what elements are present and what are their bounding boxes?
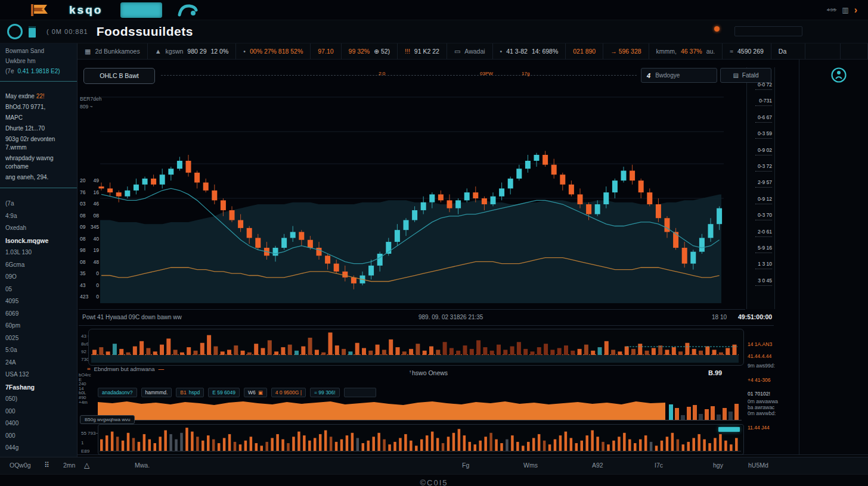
- sidebar-item[interactable]: 6069: [0, 308, 77, 320]
- window-icon[interactable]: ▥: [842, 6, 848, 14]
- filter-chip[interactable]: B1hspd: [176, 388, 204, 397]
- sidebar-item[interactable]: Uwkbre hm: [0, 56, 77, 66]
- toolbar-segment[interactable]: [805, 43, 841, 59]
- ohlc-button[interactable]: OHLC B Bawt: [83, 68, 155, 84]
- bottom-nav-item[interactable]: hU5Md: [748, 462, 768, 469]
- sidebar-item[interactable]: 000: [0, 430, 77, 443]
- sidebar-item[interactable]: 903g 02r devonten 7.wrmm: [0, 134, 77, 153]
- sidebar-item[interactable]: 05: [0, 284, 77, 296]
- sidebar-item[interactable]: May exdne 22!: [0, 91, 77, 102]
- sidebar-item[interactable]: 4095: [0, 295, 77, 308]
- bottom-nav-item[interactable]: 2mn: [63, 462, 75, 469]
- bottom-nav-item[interactable]: hgy: [713, 462, 723, 469]
- toolbar-segment[interactable]: •00% 27% 818 52%: [236, 43, 311, 59]
- toolbar-segment[interactable]: 021 890: [566, 43, 603, 59]
- toolbar-segment[interactable]: kmmm,46 37%au.: [649, 43, 723, 59]
- toolbar-segment[interactable]: 99 32%⊕ 52): [342, 43, 398, 59]
- sidebar-divider: [0, 81, 77, 82]
- sidebar-item[interactable]: MAPC: [0, 113, 77, 123]
- sidebar-item[interactable]: whrapdady wavng corhame: [0, 153, 77, 172]
- sidebar-item[interactable]: ang eaneh, 294.: [0, 172, 77, 183]
- sidebar-item[interactable]: 4:9a: [0, 210, 77, 223]
- bottom-nav-item[interactable]: Fg: [462, 462, 469, 469]
- sidebar-item[interactable]: 09O: [0, 271, 77, 284]
- sidebar-item[interactable]: 000: [0, 406, 77, 418]
- compass-user-icon[interactable]: [830, 67, 847, 83]
- bottom-nav-item[interactable]: Mwa.: [135, 462, 150, 469]
- toolbar-segment[interactable]: ▦2d Bunkkamoes: [78, 43, 148, 59]
- sidebar-item[interactable]: 050): [0, 393, 77, 406]
- sidebar-item[interactable]: BhOd.70 9771,: [0, 102, 77, 113]
- sidebar-item[interactable]: Isonck.mqgwe: [0, 235, 77, 247]
- sidebar-item[interactable]: USA 132: [0, 369, 77, 381]
- chart-search[interactable]: 4 Bwdogye: [641, 68, 717, 83]
- orderbook-row: 01 70102!: [748, 391, 770, 397]
- filter-chip[interactable]: W6▣: [244, 388, 267, 397]
- fatald-button[interactable]: ▤ Fatald: [720, 68, 771, 83]
- filter-chip[interactable]: hammmd.: [141, 388, 172, 397]
- sidebar-item[interactable]: (7a: [0, 198, 77, 210]
- toolbar-segment[interactable]: ▲kgswn980 2912 0%: [148, 43, 237, 59]
- sidebar-item[interactable]: Bowman Sand: [0, 46, 77, 56]
- histogram-panel[interactable]: [98, 424, 744, 455]
- toolbar-segment[interactable]: ≈4590 269: [723, 43, 771, 59]
- toolbar-text: 41 3-82: [506, 48, 528, 55]
- chip-text: hammmd.: [145, 390, 168, 395]
- sidebar-item[interactable]: 24A: [0, 357, 77, 369]
- sidebar-item[interactable]: 6Gcma: [0, 259, 77, 272]
- axis-tick: [755, 138, 772, 139]
- toolbar-segment[interactable]: ▭Awadai: [447, 43, 493, 59]
- header-box[interactable]: [734, 26, 802, 36]
- card-icon[interactable]: [29, 26, 36, 38]
- histogram-chip[interactable]: B50g wvgwqhwa wvu: [80, 415, 135, 424]
- search-input[interactable]: Bwdogye: [655, 72, 680, 79]
- triangle-icon[interactable]: △: [84, 461, 89, 469]
- filter-chip[interactable]: [344, 388, 376, 397]
- app-logo-text[interactable]: ksqo: [69, 4, 103, 17]
- sidebar-item[interactable]: 60pm: [0, 320, 77, 332]
- band-panel[interactable]: [98, 399, 742, 420]
- toolbar-text: 91 K2 22: [414, 48, 439, 55]
- volume-panel[interactable]: [88, 329, 744, 366]
- chat-icon: ▭: [454, 48, 460, 55]
- toolbar-text: kmmm,: [656, 48, 677, 55]
- target-icon[interactable]: [7, 24, 23, 39]
- toolbar-text: → 596 328: [610, 48, 641, 55]
- filter-chip[interactable]: E 59 6049: [208, 388, 240, 397]
- bottom-nav-item[interactable]: I7c: [655, 462, 663, 469]
- sidebar-item[interactable]: (7e0.41 1.9818 E2): [0, 66, 77, 76]
- filter-chip[interactable]: = 99 306!: [310, 388, 340, 397]
- toolbar-segment[interactable]: Da: [771, 43, 805, 59]
- price-axis[interactable]: 0-0 720-7310-6 670-3 590-9 020-3 722-9 5…: [746, 67, 775, 309]
- legend-dash-icon: —: [158, 366, 164, 372]
- bottom-nav-item[interactable]: Wms: [523, 462, 538, 469]
- sidebar-item[interactable]: Dhurte 12t...70: [0, 123, 77, 134]
- swoosh-icon[interactable]: [178, 3, 198, 17]
- braille-icon[interactable]: ⠿: [44, 461, 49, 469]
- session-text: ( 0M 00:881: [46, 28, 88, 35]
- topbar-right: 435 ▥ ›: [827, 6, 857, 14]
- toolbar-segment[interactable]: → 596 328: [603, 43, 649, 59]
- orderbook-row: 11.44 J44: [748, 425, 770, 431]
- toolbar-text: 14: 698%: [532, 48, 558, 55]
- filter-chip[interactable]: anadadaonv?: [98, 388, 137, 397]
- sidebar-item[interactable]: 1.03L 130: [0, 247, 77, 259]
- sidebar-item[interactable]: 5:0a: [0, 344, 77, 357]
- price-axis-label: 0-3 59: [748, 130, 772, 139]
- sidebar-item[interactable]: 0025: [0, 332, 77, 345]
- candlestick-chart[interactable]: [79, 67, 745, 310]
- sidebar-item[interactable]: 7Fashang: [0, 381, 77, 394]
- toolbar-segment[interactable]: 97.10: [311, 43, 341, 59]
- toolbar-segment[interactable]: [841, 43, 868, 59]
- bottom-nav-item[interactable]: A92: [592, 462, 603, 469]
- chevron-right-icon[interactable]: ›: [854, 7, 857, 13]
- sidebar-item[interactable]: Oxedah: [0, 222, 77, 235]
- orderbook-row: 14 1A.AN3: [748, 341, 772, 347]
- bottom-nav-item[interactable]: OQw0g: [10, 462, 31, 469]
- toolbar-segment[interactable]: !!!91 K2 22: [398, 43, 447, 59]
- brand-tile[interactable]: [120, 2, 162, 18]
- toolbar-segment[interactable]: •41 3-8214: 698%: [493, 43, 566, 59]
- sidebar-item[interactable]: 044g: [0, 442, 77, 454]
- sidebar-item[interactable]: 0400: [0, 418, 77, 430]
- filter-chip[interactable]: 4 0 9500G |: [271, 388, 306, 397]
